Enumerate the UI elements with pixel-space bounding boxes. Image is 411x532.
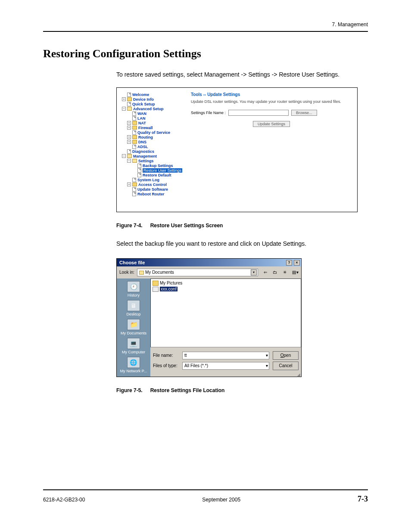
dialog-title: Choose file xyxy=(119,260,145,265)
nav-firewall[interactable]: Firewall xyxy=(138,126,153,130)
footer-date: September 2005 xyxy=(202,497,240,503)
router-screenshot: Welcome +Device Info Quick Setup −Advanc… xyxy=(116,87,358,212)
file-item-folder[interactable]: My Pictures xyxy=(153,281,299,286)
new-folder-icon[interactable]: ✳ xyxy=(281,269,289,276)
file-label: Settings File Name : xyxy=(191,111,226,115)
up-folder-icon[interactable]: 🗀 xyxy=(271,269,279,276)
nav-device-info[interactable]: Device Info xyxy=(133,97,154,102)
view-menu-icon[interactable]: ▤▾ xyxy=(291,269,299,276)
nav-diagnostics[interactable]: Diagnostics xyxy=(132,149,154,154)
nav-restore-user[interactable]: Restore User Settings xyxy=(143,168,182,173)
nav-access-control[interactable]: Access Control xyxy=(138,182,167,187)
nav-tree: Welcome +Device Info Quick Setup −Advanc… xyxy=(122,92,182,197)
place-mynetwork[interactable]: 🌐My Network P... xyxy=(120,357,147,373)
section-title: Restoring Configuration Settings xyxy=(43,47,368,60)
page-number: 7-3 xyxy=(358,495,368,504)
resize-grip-icon[interactable]: ◢ xyxy=(150,373,301,377)
panel-desc: Update DSL router settings. You may upda… xyxy=(191,99,352,104)
cancel-button[interactable]: Cancel xyxy=(273,362,299,370)
nav-reboot[interactable]: Reboot Router xyxy=(137,192,165,196)
nav-update-software[interactable]: Update Software xyxy=(137,187,168,192)
chapter-header: 7. Management xyxy=(43,22,368,28)
file-item-selected[interactable]: xxx.conf xyxy=(153,287,299,292)
header-rule xyxy=(43,31,368,32)
dialog-titlebar: Choose file ? × xyxy=(117,259,301,266)
place-mydocs[interactable]: 📁My Documents xyxy=(121,319,146,335)
nav-backup[interactable]: Backup Settings xyxy=(143,164,173,168)
intro-paragraph: To restore saved settings, select Manage… xyxy=(116,71,368,79)
nav-adsl[interactable]: ADSL xyxy=(137,145,148,149)
place-desktop[interactable]: 🖥Desktop xyxy=(126,300,140,316)
settings-file-input[interactable] xyxy=(228,110,289,116)
browse-button[interactable]: Browse... xyxy=(291,110,317,116)
place-mycomputer[interactable]: 💻My Computer xyxy=(122,338,145,354)
lookin-combo[interactable]: My Documents ▾ xyxy=(137,269,258,276)
mid-paragraph: Select the backup file you want to resto… xyxy=(116,240,368,248)
nav-lan[interactable]: LAN xyxy=(137,116,146,121)
nav-management[interactable]: Management xyxy=(133,154,157,158)
filename-field[interactable]: tt ▾ xyxy=(182,352,269,359)
nav-quick-setup[interactable]: Quick Setup xyxy=(132,102,155,106)
open-button[interactable]: Open xyxy=(273,351,299,360)
nav-routing[interactable]: Routing xyxy=(138,135,153,139)
nav-system-log[interactable]: System Log xyxy=(137,178,159,182)
help-button[interactable]: ? xyxy=(286,260,292,266)
file-listing[interactable]: My Pictures xxx.conf xyxy=(150,278,301,347)
chevron-down-icon[interactable]: ▾ xyxy=(266,363,268,368)
place-history[interactable]: 🕘History xyxy=(127,281,140,297)
lookin-label: Look in: xyxy=(119,270,134,275)
filename-label: File name: xyxy=(153,353,179,358)
update-settings-button[interactable]: Update Settings xyxy=(253,121,290,127)
filetype-field[interactable]: All Files (*.*) ▾ xyxy=(182,362,269,370)
chevron-down-icon[interactable]: ▾ xyxy=(266,353,268,358)
chevron-down-icon[interactable]: ▾ xyxy=(251,269,257,275)
nav-nat[interactable]: NAT xyxy=(138,121,146,125)
figure-7-5-caption: Figure 7-5.Restore Settings File Locatio… xyxy=(116,387,368,393)
nav-dns[interactable]: DNS xyxy=(138,140,146,144)
nav-restore-default[interactable]: Restore Default xyxy=(143,173,171,177)
doc-id: 6218-A2-GB23-00 xyxy=(43,497,85,503)
nav-qos[interactable]: Quality of Service xyxy=(137,130,170,135)
places-bar: 🕘History 🖥Desktop 📁My Documents 💻My Comp… xyxy=(117,278,150,377)
nav-welcome[interactable]: Welcome xyxy=(132,93,149,97)
close-button[interactable]: × xyxy=(294,260,300,266)
nav-settings[interactable]: Settings xyxy=(138,159,154,163)
page-footer: 6218-A2-GB23-00 September 2005 7-3 xyxy=(43,489,368,504)
filetype-label: Files of type: xyxy=(153,363,179,368)
panel-title: Tools -- Update Settings xyxy=(191,92,352,97)
nav-advanced-setup[interactable]: Advanced Setup xyxy=(133,107,164,111)
figure-7-4-caption: Figure 7-4.Restore User Settings Screen xyxy=(116,223,368,229)
choose-file-dialog: Choose file ? × Look in: My Documents ▾ … xyxy=(116,258,302,377)
nav-wan[interactable]: WAN xyxy=(137,111,146,116)
back-icon[interactable]: ⇐ xyxy=(262,269,269,276)
